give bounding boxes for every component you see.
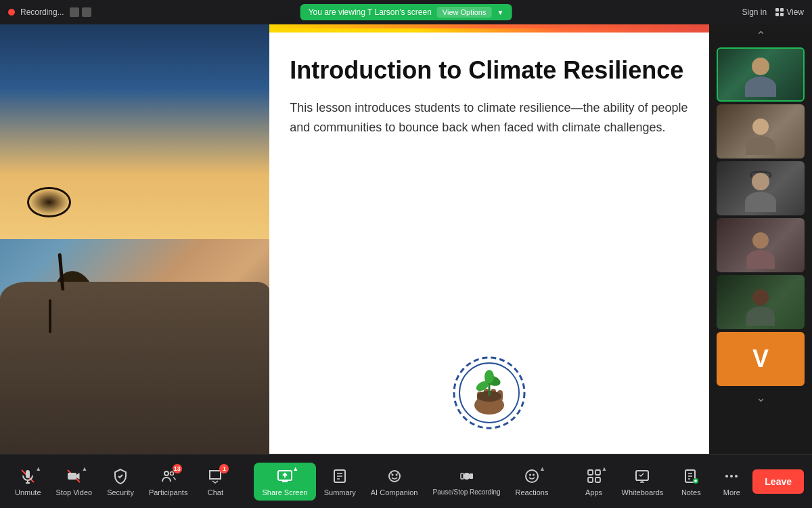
whiteboards-label: Whiteboards (622, 488, 664, 496)
unmute-icon: ▲ (18, 467, 37, 486)
svg-rect-34 (461, 473, 464, 479)
participants-icon: ▲ 13 (159, 467, 178, 486)
toolbar-group-right: ▲ Apps Whiteboards (574, 464, 804, 499)
view-options-button[interactable]: View Options (437, 7, 492, 18)
pause-recording-icon (457, 467, 476, 486)
toolbar-group-center: ▲ Share Screen Summary (254, 463, 555, 501)
notes-icon (681, 467, 700, 486)
reactions-chevron: ▲ (539, 465, 545, 472)
slide-content: Introduction to Climate Resilience This … (269, 24, 709, 454)
presentation-container: Introduction to Climate Resilience This … (0, 24, 709, 454)
rocks (0, 282, 269, 454)
svg-point-24 (170, 471, 173, 475)
svg-point-23 (164, 471, 168, 475)
notes-label: Notes (681, 488, 701, 496)
chat-badge: 1 (219, 464, 229, 473)
avatar-letter: V (752, 345, 769, 373)
recording-stop-icon[interactable] (82, 7, 91, 17)
slide-icon-area (290, 345, 689, 440)
panel-down-arrow[interactable]: ⌄ (754, 389, 767, 406)
whiteboards-button[interactable]: Whiteboards (615, 464, 671, 499)
recording-label: Recording... (20, 7, 64, 17)
ai-companion-button[interactable]: AI Companion (364, 464, 425, 499)
security-label: Security (107, 488, 134, 496)
svg-point-16 (484, 370, 494, 383)
more-button[interactable]: More (712, 464, 751, 499)
participant-thumb-4[interactable] (717, 218, 805, 272)
svg-rect-40 (588, 470, 593, 475)
participants-panel: ⌃ (709, 24, 812, 454)
ai-companion-label: AI Companion (371, 488, 418, 496)
whiteboards-icon (633, 467, 652, 486)
participant-thumb-5[interactable] (717, 275, 805, 329)
chevron-down-icon: ▼ (497, 9, 503, 16)
bottom-toolbar: ▲ Unmute ▲ Stop Video (0, 454, 812, 508)
pause-recording-label: Pause/Stop Recording (432, 488, 500, 496)
svg-rect-42 (588, 478, 593, 482)
apps-chevron: ▲ (602, 465, 608, 472)
unmute-label: Unmute (15, 488, 41, 496)
summary-button[interactable]: Summary (317, 464, 363, 499)
sign-in-button[interactable]: Sign in (742, 7, 767, 17)
reactions-icon: ▲ (522, 467, 541, 486)
top-bar: Recording... You are viewing T Larson's … (0, 0, 812, 24)
panel-up-arrow[interactable]: ⌃ (754, 27, 767, 45)
stop-video-button[interactable]: ▲ Stop Video (49, 464, 99, 499)
tree-foliage (27, 187, 71, 217)
apps-button[interactable]: ▲ Apps (574, 464, 614, 499)
summary-icon (330, 467, 349, 486)
view-label: View (786, 7, 804, 17)
svg-point-53 (725, 475, 728, 478)
svg-point-54 (730, 475, 733, 478)
participant-thumb-1[interactable] (717, 47, 805, 102)
participants-button[interactable]: ▲ 13 Participants (142, 464, 194, 499)
participant-thumb-2[interactable] (717, 104, 805, 158)
slide-body-text: This lesson introduces students to clima… (290, 98, 689, 137)
slide-color-bar (269, 28, 709, 33)
screen-share-area: Introduction to Climate Resilience This … (0, 24, 709, 454)
svg-rect-22 (68, 473, 76, 480)
stop-video-chevron: ▲ (81, 465, 87, 472)
chat-button[interactable]: 1 Chat (196, 464, 235, 499)
unmute-button[interactable]: ▲ Unmute (8, 464, 48, 499)
share-screen-label: Share Screen (262, 488, 307, 496)
recording-pause-icon[interactable] (70, 7, 79, 17)
svg-point-55 (735, 475, 738, 478)
share-screen-button[interactable]: ▲ Share Screen (254, 463, 315, 501)
svg-rect-36 (470, 473, 473, 479)
svg-rect-41 (595, 470, 600, 475)
main-area: Introduction to Climate Resilience This … (0, 24, 812, 454)
reactions-button[interactable]: ▲ Reactions (509, 464, 556, 499)
svg-point-32 (395, 473, 397, 475)
leave-button[interactable]: Leave (752, 469, 804, 494)
more-icon (722, 467, 741, 486)
participant-avatar-v[interactable]: V (717, 332, 805, 386)
view-button[interactable]: View (775, 7, 804, 17)
pause-recording-button[interactable]: Pause/Stop Recording (426, 464, 507, 499)
stop-video-icon: ▲ (64, 467, 83, 486)
svg-point-37 (526, 470, 538, 482)
scenic-photo (0, 24, 269, 454)
participants-label: Participants (149, 488, 187, 496)
more-label: More (723, 488, 740, 496)
screen-share-banner: You are viewing T Larson's screen View O… (300, 4, 512, 20)
top-bar-left: Recording... (8, 7, 91, 17)
climate-resilience-icon (449, 352, 530, 433)
top-bar-right: Sign in View (742, 7, 805, 17)
participant-thumb-3[interactable] (717, 161, 805, 215)
svg-point-38 (529, 473, 531, 475)
ai-companion-icon (385, 467, 404, 486)
chat-icon: 1 (206, 467, 225, 486)
svg-point-39 (533, 473, 535, 475)
grid-icon (775, 7, 784, 17)
security-button[interactable]: Security (100, 464, 141, 499)
apps-label: Apps (585, 488, 602, 496)
stop-video-label: Stop Video (56, 488, 93, 496)
recording-dot-icon (8, 9, 15, 16)
security-icon (111, 467, 130, 486)
svg-rect-3 (780, 13, 784, 16)
chat-label: Chat (208, 488, 223, 496)
svg-rect-2 (775, 13, 779, 16)
notes-button[interactable]: Notes (671, 464, 710, 499)
svg-rect-0 (775, 8, 779, 12)
